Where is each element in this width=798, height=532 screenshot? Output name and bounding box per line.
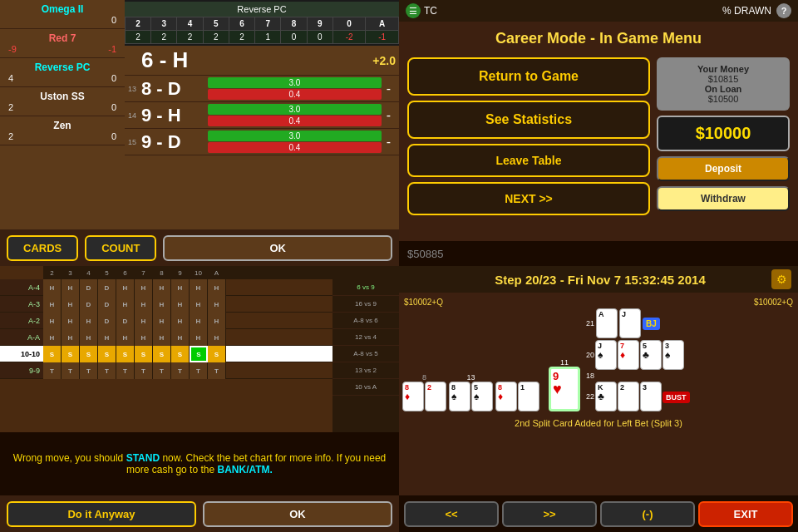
chart-row-99: 9-9 TTTTTTTTTT (0, 362, 332, 379)
sidebar-omega: Omega II 0 (0, 0, 125, 29)
withdraw-button[interactable]: Withdraw (657, 186, 790, 211)
menu-icon[interactable]: ☰ (406, 3, 421, 18)
hand-3: 8 ♦ 1 (495, 382, 539, 411)
right-hand-3: 18 (586, 372, 690, 380)
col-3: 3 (151, 17, 177, 31)
right-hand-2: 20 J♠ 7♦ 5♣ 3♠ (586, 340, 690, 370)
your-money-label: Your Money (663, 64, 783, 74)
hand-row-3: 15 9 - D 3.0 0.4 - (125, 129, 399, 155)
dealer-hand: 11 9 ♥ (549, 358, 580, 411)
see-statistics-button[interactable]: See Statistics (407, 101, 650, 139)
bet-value: $10000 (665, 124, 781, 143)
cards-button[interactable]: CARDS (7, 235, 78, 261)
chart-row-a2: A-2 HHHDDHHHHH (0, 313, 332, 329)
drawn-label: % DRAWN (722, 5, 771, 17)
col-9: 9 (307, 17, 332, 31)
col-a: A (366, 17, 399, 31)
bet-box: $10000 (657, 116, 790, 151)
col-4: 4 (177, 17, 203, 31)
col-0: 0 (332, 17, 366, 31)
chart-row-1010: 10-10 SSSSSSSSSS (0, 346, 332, 362)
ok-button[interactable]: OK (163, 235, 392, 261)
col-2: 2 (126, 17, 151, 31)
your-money-value: $10815 (663, 74, 783, 84)
col-6: 6 (229, 17, 254, 31)
on-loan-value: $10500 (663, 94, 783, 104)
red7-name: Red 7 (5, 32, 120, 44)
zen-val1: 2 (8, 131, 13, 141)
col-5: 5 (203, 17, 229, 31)
deposit-button[interactable]: Deposit (657, 156, 790, 181)
hand-label-2: 9 - H (141, 105, 208, 126)
minus-button[interactable]: (-) (600, 501, 695, 527)
settings-icon[interactable]: ⚙ (771, 269, 791, 289)
return-to-game-button[interactable]: Return to Game (407, 57, 650, 96)
tr-header: ☰ TC % DRAWN ? (399, 0, 798, 22)
on-loan-label: On Loan (663, 84, 783, 94)
wrong-move-message: Wrong move, you should STAND now. Check … (0, 432, 399, 495)
col-8: 8 (281, 17, 307, 31)
exit-button[interactable]: EXIT (698, 501, 793, 527)
reversepc-val1: 4 (8, 73, 13, 83)
col-7: 7 (255, 17, 281, 31)
zen-name: Zen (5, 120, 120, 131)
hand-row-0: 6 - H +2.0 (125, 46, 399, 76)
left-bet-label: $10002+Q (404, 298, 443, 307)
right-hand-1: 21 A J BJ (586, 308, 690, 338)
hand-row-1: 13 8 - D 3.0 0.4 - (125, 76, 399, 102)
leave-table-button[interactable]: Leave Table (407, 144, 650, 177)
hand-label-1: 8 - D (141, 78, 208, 100)
hand-1: 8 8 ♦ 2 (402, 373, 446, 411)
uston-val2: 0 (111, 102, 116, 112)
reversepc-val2: 0 (111, 73, 116, 83)
do-it-anyway-button[interactable]: Do it Anyway (7, 501, 196, 527)
zen-val2: 0 (111, 131, 116, 141)
uston-name: Uston SS (5, 91, 120, 102)
br-title: Step 20/23 - Fri Nov 7 15:32:45 2014 (429, 273, 771, 287)
hand-extra-0: +2.0 (372, 54, 396, 67)
chart-row-aa: A-A HHHHHHHHHH (0, 329, 332, 346)
chart-row-a3: A-3 HHDDHHHHHH (0, 296, 332, 313)
sidebar-zen: Zen 20 (0, 116, 125, 145)
hand-label-0: 6 - H (141, 47, 208, 73)
red7-val2: -1 (108, 44, 116, 54)
right-hand-4: 22 K♣ 2 3 BUST (586, 382, 690, 411)
chart-row-a4: A-4 HHDDHHHHHH (0, 279, 332, 296)
uston-val1: 2 (8, 102, 13, 112)
hand-label-3: 9 - D (141, 131, 208, 153)
red7-val1: -9 (8, 44, 17, 54)
tr-title: Career Mode - In Game Menu (399, 22, 798, 52)
next-game-button[interactable]: >> (502, 501, 597, 527)
tc-label: TC (424, 5, 437, 17)
right-bet-label: $10002+Q (754, 298, 793, 307)
money-info-box: Your Money $10815 On Loan $10500 (657, 57, 790, 111)
hand-row-2: 14 9 - H 3.0 0.4 - (125, 102, 399, 129)
omega-name: Omega II (5, 3, 120, 15)
reversepc-table-header: Reverse PC (125, 2, 399, 17)
count-button[interactable]: COUNT (85, 235, 156, 261)
next-button[interactable]: NEXT >> (407, 182, 650, 215)
prev-button[interactable]: << (404, 501, 499, 527)
sidebar-red7: Red 7 -9-1 (0, 29, 125, 58)
br-header: Step 20/23 - Fri Nov 7 15:32:45 2014 ⚙ (399, 266, 798, 293)
balance-text: $50885 (407, 248, 443, 260)
game-status: 2nd Split Card Added for Left Bet (Split… (399, 411, 798, 433)
right-hands: 21 A J BJ 20 J♠ 7♦ 5♣ 3♠ (586, 308, 690, 411)
hand-2: 13 8 ♠ 5 ♠ (449, 373, 493, 411)
help-button[interactable]: ? (776, 3, 791, 18)
sidebar-reversepc[interactable]: Reverse PC 40 (0, 58, 125, 87)
omega-val2: 0 (111, 15, 116, 25)
sidebar-uston: Uston SS 20 (0, 87, 125, 116)
bl-ok-button[interactable]: OK (203, 501, 392, 527)
reversepc-name: Reverse PC (5, 62, 120, 73)
